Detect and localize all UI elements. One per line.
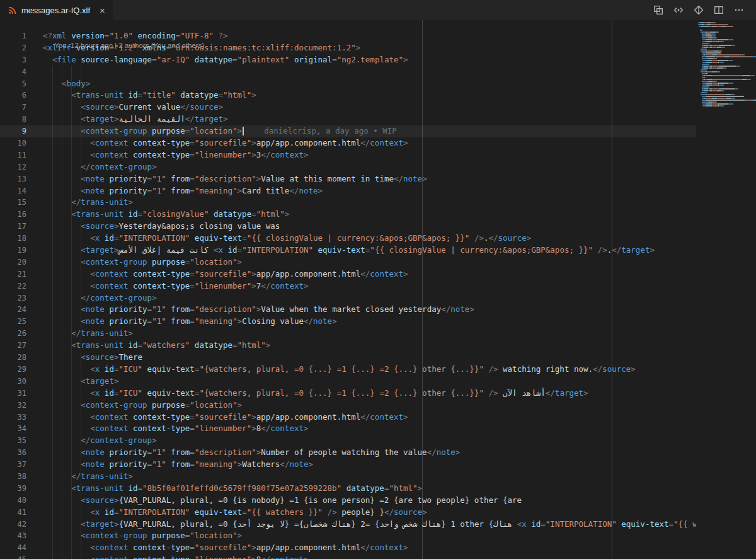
code-line-31[interactable]: 31 <x id="ICU" equiv-text="{watchers, pl… (0, 388, 696, 400)
inline-blame-annotation: danielcrisp, a day ago • WIP (264, 126, 397, 135)
code-line-29[interactable]: 29 <x id="ICU" equiv-text="{watchers, pl… (0, 364, 696, 376)
line-number: 25 (0, 316, 26, 328)
code-line-4[interactable]: 4 (0, 66, 696, 78)
line-number: 41 (0, 507, 26, 519)
line-number: 16 (0, 209, 26, 221)
code-line-8[interactable]: 8 <target>القيمة الحالية</target> (0, 113, 696, 125)
split-editor-button[interactable] (709, 2, 728, 18)
code-line-36[interactable]: 36 <note priority="1" from="description"… (0, 447, 696, 459)
line-number: 7 (0, 101, 26, 113)
code-area[interactable]: You, 12 hours ago | 2 authors (You and o… (0, 20, 696, 559)
line-number: 33 (0, 412, 26, 424)
line-number: 44 (0, 542, 26, 554)
tab-close-button[interactable]: × (100, 6, 105, 15)
line-number: 38 (0, 471, 26, 483)
code-line-9[interactable]: 9 <context-group purpose="location">dani… (0, 125, 696, 137)
code-line-34[interactable]: 34 <context context-type="linenumber">8<… (0, 423, 696, 435)
code-line-19[interactable]: 19 <target>كانت قيمة إغلاق الأمس <x id="… (0, 245, 696, 256)
line-number: 4 (0, 66, 26, 78)
code-line-33[interactable]: 33 <context context-type="sourcefile">ap… (0, 412, 696, 424)
tab-bar: messages.ar-IQ.xlf × (0, 0, 756, 20)
codelens-row: You, 12 hours ago | 2 authors (You and o… (0, 20, 696, 30)
line-number: 13 (0, 173, 26, 185)
code-line-30[interactable]: 30 <target> (0, 376, 696, 388)
code-line-3[interactable]: 3 <file source-language="ar-IQ" datatype… (0, 54, 696, 66)
code-line-23[interactable]: 23 </context-group> (0, 292, 696, 304)
code-line-13[interactable]: 13 <note priority="1" from="description"… (0, 173, 696, 185)
line-number: 26 (0, 328, 26, 340)
line-number: 19 (0, 245, 26, 256)
code-line-32[interactable]: 32 <context-group purpose="location"> (0, 400, 696, 412)
line-number: 29 (0, 364, 26, 376)
vscode-window: messages.ar-IQ.xlf × You, 12 h (0, 0, 756, 559)
code-line-10[interactable]: 10 <context context-type="sourcefile">ap… (0, 137, 696, 149)
code-line-44[interactable]: 44 <context context-type="sourcefile">ap… (0, 542, 696, 554)
code-line-14[interactable]: 14 <note priority="1" from="meaning">Car… (0, 185, 696, 197)
line-number: 35 (0, 435, 26, 447)
line-number: 3 (0, 54, 26, 66)
code-line-35[interactable]: 35 </context-group> (0, 435, 696, 447)
code-line-12[interactable]: 12 </context-group> (0, 161, 696, 173)
line-number: 15 (0, 197, 26, 209)
text-cursor (243, 127, 244, 135)
line-number: 24 (0, 304, 26, 316)
line-number: 28 (0, 352, 26, 364)
code-line-1[interactable]: 1<?xml version="1.0" encoding="UTF-8" ?> (0, 30, 696, 42)
line-number: 42 (0, 519, 26, 531)
line-number: 30 (0, 376, 26, 388)
editor: You, 12 hours ago | 2 authors (You and o… (0, 20, 756, 559)
code-line-26[interactable]: 26 </trans-unit> (0, 328, 696, 340)
line-number: 45 (0, 554, 26, 559)
line-number: 32 (0, 400, 26, 412)
line-number: 43 (0, 530, 26, 542)
line-number: 20 (0, 256, 26, 268)
line-number: 21 (0, 268, 26, 280)
code-lines: 1<?xml version="1.0" encoding="UTF-8" ?>… (0, 30, 696, 559)
code-line-43[interactable]: 43 <context-group purpose="location"> (0, 530, 696, 542)
code-line-39[interactable]: 39 <trans-unit id="8b5f0af01feffd0c5679f… (0, 483, 696, 495)
code-line-42[interactable]: 42 <target>{VAR_PLURAL, plural, =0 {لا ي… (0, 519, 696, 531)
code-line-38[interactable]: 38 </trans-unit> (0, 471, 696, 483)
line-number: 5 (0, 78, 26, 90)
code-line-21[interactable]: 21 <context context-type="sourcefile">ap… (0, 268, 696, 280)
code-line-28[interactable]: 28 <source>There (0, 352, 696, 364)
code-line-16[interactable]: 16 <trans-unit id="closingValue" datatyp… (0, 209, 696, 221)
more-actions-button[interactable] (730, 2, 748, 18)
open-preview-button[interactable] (669, 2, 688, 18)
code-line-40[interactable]: 40 <source>{VAR_PLURAL, plural, =0 {is n… (0, 495, 696, 507)
line-number: 17 (0, 221, 26, 233)
code-line-20[interactable]: 20 <context-group purpose="location"> (0, 256, 696, 268)
code-line-15[interactable]: 15 </trans-unit> (0, 197, 696, 209)
code-line-41[interactable]: 41 <x id="INTERPOLATION" equiv-text="{{ … (0, 507, 696, 519)
line-number: 10 (0, 137, 26, 149)
line-number: 9 (0, 125, 26, 137)
code-line-25[interactable]: 25 <note priority="1" from="meaning">Clo… (0, 316, 696, 328)
code-line-45[interactable]: 45 <context context-type="linenumber">8<… (0, 554, 696, 559)
tab-messages-ar-iq-xlf[interactable]: messages.ar-IQ.xlf × (0, 0, 113, 20)
open-changes-button[interactable] (649, 2, 668, 18)
code-line-24[interactable]: 24 <note priority="1" from="description"… (0, 304, 696, 316)
line-number: 27 (0, 340, 26, 352)
code-line-17[interactable]: 17 <source>Yesterday&apos;s closing valu… (0, 221, 696, 233)
line-number: 36 (0, 447, 26, 459)
code-line-11[interactable]: 11 <context context-type="linenumber">3<… (0, 149, 696, 161)
more-actions-icon (734, 5, 744, 15)
code-line-22[interactable]: 22 <context context-type="linenumber">7<… (0, 280, 696, 292)
line-number: 11 (0, 149, 26, 161)
code-line-27[interactable]: 27 <trans-unit id="watchers" datatype="h… (0, 340, 696, 352)
line-number: 1 (0, 30, 26, 42)
line-number: 39 (0, 483, 26, 495)
code-line-37[interactable]: 37 <note priority="1" from="meaning">Wat… (0, 459, 696, 471)
code-line-7[interactable]: 7 <source>Current value</source> (0, 101, 696, 113)
code-line-5[interactable]: 5 <body> (0, 78, 696, 90)
split-editor-icon (714, 5, 724, 15)
git-compare-icon (694, 5, 704, 15)
minimap[interactable] (696, 20, 756, 559)
line-number: 31 (0, 388, 26, 400)
code-line-18[interactable]: 18 <x id="INTERPOLATION" equiv-text="{{ … (0, 233, 696, 245)
code-line-6[interactable]: 6 <trans-unit id="title" datatype="html"… (0, 89, 696, 101)
code-line-2[interactable]: 2<xliff version="1.2" xmlns="urn:oasis:n… (0, 42, 696, 54)
git-compare-button[interactable] (689, 2, 708, 18)
line-number: 6 (0, 89, 26, 101)
line-number: 14 (0, 185, 26, 197)
